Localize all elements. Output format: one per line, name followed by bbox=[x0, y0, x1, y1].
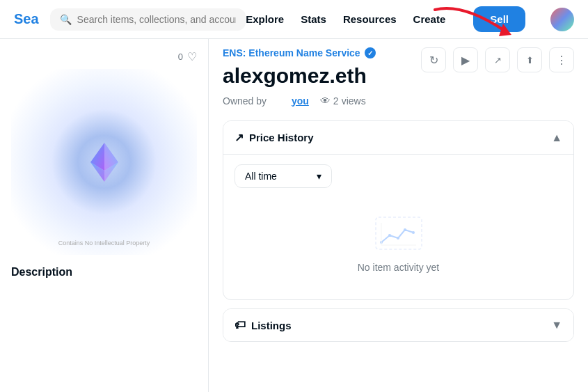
filter-label: All time bbox=[245, 171, 277, 182]
search-input[interactable] bbox=[77, 14, 237, 25]
owned-row: Owned by you 👁 2 views bbox=[223, 95, 376, 107]
more-options-button[interactable]: ⋮ bbox=[549, 47, 574, 72]
nav-create[interactable]: Create bbox=[413, 13, 446, 25]
external-link-button[interactable]: ↗ bbox=[485, 47, 510, 72]
ens-logo-svg bbox=[77, 134, 132, 190]
nav-resources[interactable]: Resources bbox=[343, 13, 397, 25]
main-content: 0 ♡ bbox=[0, 39, 588, 392]
nav-stats[interactable]: Stats bbox=[301, 13, 326, 25]
listings-title: Listings bbox=[251, 320, 292, 331]
header-nav: Explore Stats Resources Create Sell bbox=[246, 6, 574, 32]
listings-section: 🏷 Listings ▼ bbox=[223, 308, 574, 342]
collection-name: ENS: Ethereum Name Service bbox=[223, 47, 360, 58]
collection-and-title: ENS: Ethereum Name Service ✓ alexgomez.e… bbox=[223, 47, 376, 118]
svg-point-3 bbox=[388, 234, 391, 237]
svg-point-4 bbox=[397, 237, 399, 240]
external-link-icon: ↗ bbox=[494, 55, 502, 65]
tag-icon: 🏷 bbox=[235, 319, 246, 331]
nft-title: alexgomez.eth bbox=[223, 64, 376, 88]
right-panel: ENS: Ethereum Name Service ✓ alexgomez.e… bbox=[209, 39, 588, 392]
price-history-title: Price History bbox=[249, 132, 314, 143]
owner-link[interactable]: you bbox=[292, 95, 309, 107]
svg-point-6 bbox=[412, 231, 415, 234]
avatar[interactable] bbox=[550, 8, 574, 31]
filter-row: All time ▾ bbox=[235, 164, 562, 188]
left-panel: 0 ♡ bbox=[0, 39, 209, 392]
description-heading: Description bbox=[11, 266, 197, 279]
listings-chevron: ▼ bbox=[551, 319, 562, 331]
eye-icon: 👁 bbox=[320, 95, 331, 107]
search-icon: 🔍 bbox=[60, 14, 72, 25]
nav-explore[interactable]: Explore bbox=[246, 13, 284, 25]
header: Sea 🔍 Explore Stats Resources Create Sel… bbox=[0, 0, 588, 39]
sell-button[interactable]: Sell bbox=[473, 6, 525, 32]
share-icon: ⬆ bbox=[526, 55, 534, 65]
more-icon: ⋮ bbox=[556, 54, 567, 67]
views-count: 2 bbox=[333, 95, 339, 107]
transfer-icon: ▶ bbox=[461, 54, 470, 67]
owned-by-label: Owned by bbox=[223, 95, 267, 107]
right-top-row: ENS: Ethereum Name Service ✓ alexgomez.e… bbox=[223, 47, 574, 118]
price-history-header[interactable]: ↗ Price History ▲ bbox=[223, 121, 573, 154]
price-history-chevron: ▲ bbox=[551, 132, 562, 144]
svg-rect-1 bbox=[376, 217, 422, 249]
listings-header-left: 🏷 Listings bbox=[235, 319, 292, 331]
empty-chart: No item activity yet bbox=[235, 199, 562, 290]
share-button[interactable]: ⬆ bbox=[517, 47, 542, 72]
watermark: Contains No Intellectual Property bbox=[58, 240, 150, 246]
action-icons: ↻ ▶ ↗ ⬆ ⋮ bbox=[421, 47, 574, 72]
verified-badge: ✓ bbox=[365, 47, 376, 58]
listings-header[interactable]: 🏷 Listings ▼ bbox=[223, 309, 573, 341]
nft-image: Contains No Intellectual Property bbox=[11, 69, 197, 255]
heart-icon[interactable]: ♡ bbox=[187, 50, 197, 63]
chart-placeholder-icon bbox=[374, 216, 423, 253]
chevron-down-icon: ▾ bbox=[317, 171, 321, 182]
site-logo[interactable]: Sea bbox=[14, 11, 39, 27]
refresh-button[interactable]: ↻ bbox=[421, 47, 446, 72]
chart-icon-svg bbox=[374, 216, 423, 251]
price-history-section: ↗ Price History ▲ All time ▾ bbox=[223, 120, 574, 300]
like-bar: 0 ♡ bbox=[11, 50, 197, 63]
time-filter-select[interactable]: All time ▾ bbox=[235, 164, 332, 188]
refresh-icon: ↻ bbox=[429, 54, 438, 67]
empty-activity-text: No item activity yet bbox=[358, 262, 439, 273]
collection-link[interactable]: ENS: Ethereum Name Service ✓ bbox=[223, 47, 376, 58]
trending-icon: ↗ bbox=[235, 131, 244, 144]
like-count: 0 bbox=[178, 52, 183, 62]
search-bar[interactable]: 🔍 bbox=[50, 8, 246, 31]
svg-point-5 bbox=[404, 228, 406, 231]
price-history-header-left: ↗ Price History bbox=[235, 131, 314, 144]
transfer-button[interactable]: ▶ bbox=[453, 47, 478, 72]
views-row: 👁 2 views bbox=[320, 95, 366, 107]
views-label: views bbox=[342, 95, 366, 107]
price-history-body: All time ▾ bbox=[223, 154, 573, 299]
